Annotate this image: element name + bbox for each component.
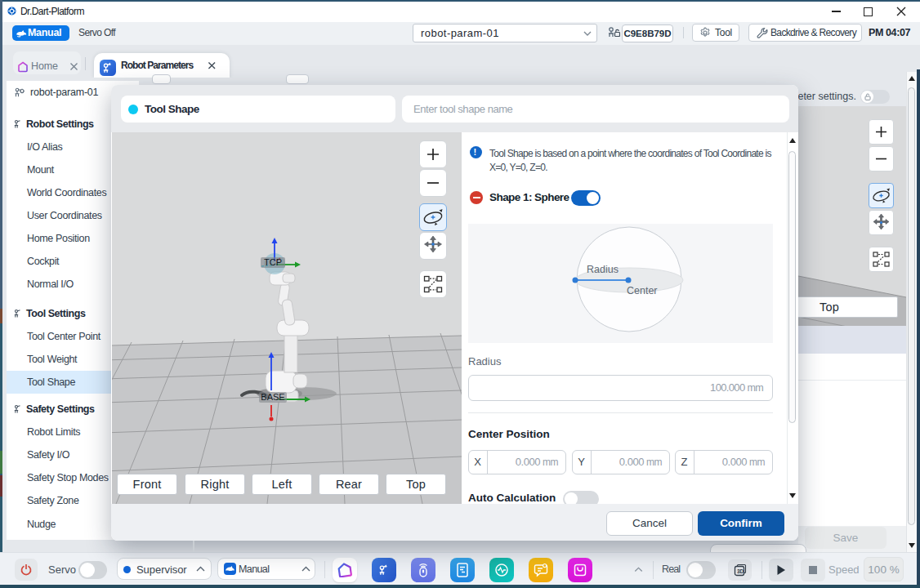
- svg-text:3D: 3D: [737, 568, 744, 574]
- svg-text:Center: Center: [627, 285, 658, 296]
- svg-text:TCP: TCP: [264, 257, 282, 267]
- svg-text:BASE: BASE: [261, 392, 284, 402]
- svg-text:Radius: Radius: [587, 264, 619, 275]
